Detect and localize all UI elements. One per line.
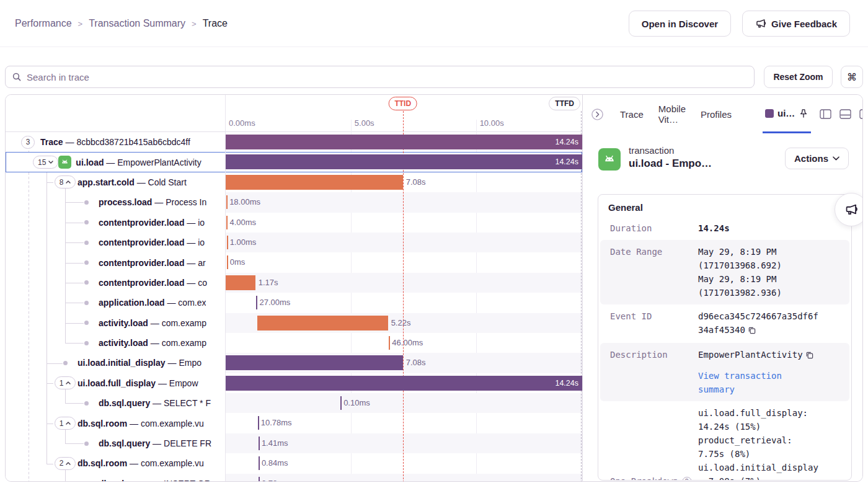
waterfall-header: 0.00ms 5.00s 10.00s TTID TTFD xyxy=(226,95,582,132)
collapse-drawer-button[interactable] xyxy=(591,108,604,121)
expand-collapse-pill[interactable]: 8 xyxy=(55,175,76,189)
waterfall-row-activity.load[interactable]: 5.22s xyxy=(226,313,582,333)
waterfall-row-process.load[interactable]: 18.00ms xyxy=(226,192,582,212)
ttfd-badge[interactable]: TTFD xyxy=(549,97,580,110)
span-tick[interactable] xyxy=(389,336,390,350)
span-bar[interactable]: 14.24s xyxy=(226,135,582,149)
expand-collapse-pill[interactable]: 15 xyxy=(33,156,58,169)
waterfall-row-contentprovider.load[interactable]: 4.00ms xyxy=(226,213,582,233)
waterfall-row-application.load[interactable]: 27.00ms xyxy=(226,293,582,313)
child-count-pill[interactable]: 15 xyxy=(33,156,58,169)
child-count-pill[interactable]: 1 xyxy=(53,417,78,430)
span-tick[interactable] xyxy=(258,416,259,430)
tab-mobile-vitals[interactable]: Mobile Vit… xyxy=(658,104,686,125)
open-in-discover-button[interactable]: Open in Discover xyxy=(629,11,731,37)
waterfall-row-ui.load.full_display[interactable]: 14.24s xyxy=(226,373,582,393)
span-tick[interactable] xyxy=(226,216,228,229)
actions-button[interactable]: Actions xyxy=(785,148,849,169)
tab-ui-load-active[interactable]: ui… xyxy=(763,95,811,133)
shortcuts-button[interactable]: ⌘ xyxy=(841,66,863,88)
span-tick[interactable] xyxy=(227,255,228,269)
span-tick[interactable] xyxy=(259,437,260,450)
waterfall-row-db.sql.query[interactable]: 0.10ms xyxy=(226,393,582,413)
span-tree-row-app.start.cold[interactable]: 8app.start.cold — Cold Start xyxy=(6,172,225,192)
expand-collapse-pill[interactable]: 1 xyxy=(55,376,76,389)
span-tree-row-process.load[interactable]: process.load — Process In xyxy=(6,192,225,212)
layout-bottom-panel-icon[interactable] xyxy=(839,109,851,119)
span-tree-row-db.sql.query[interactable]: db.sql.query — DELETE FR xyxy=(6,433,225,453)
expand-collapse-pill[interactable]: 3 xyxy=(21,136,35,149)
copy-icon[interactable] xyxy=(748,324,756,338)
waterfall-row-db.sql.query[interactable]: 2.78ms xyxy=(226,474,582,482)
span-tree-row-contentprovider.load[interactable]: contentprovider.load — co xyxy=(6,273,225,293)
child-count-pill[interactable]: 1 xyxy=(53,376,78,389)
expand-collapse-pill[interactable]: 2 xyxy=(55,457,76,470)
span-bar[interactable] xyxy=(226,175,403,190)
breadcrumb-performance[interactable]: Performance xyxy=(15,18,72,29)
waterfall-row-activity.load[interactable]: 46.00ms xyxy=(226,333,582,353)
span-tree-row-db.sql.query[interactable]: db.sql.query — INSERT OR xyxy=(6,474,225,482)
span-tree-row-db.sql.query[interactable]: db.sql.query — SELECT * F xyxy=(6,393,225,413)
layout-right-panel-icon[interactable] xyxy=(859,109,863,119)
span-tree-row-db.sql.room[interactable]: 1db.sql.room — com.example.vu xyxy=(6,413,225,433)
view-transaction-summary-link[interactable]: View transaction summary xyxy=(698,369,820,396)
span-tree-row-activity.load[interactable]: activity.load — com.examp xyxy=(6,313,225,333)
breadcrumb-transaction-summary[interactable]: Transaction Summary xyxy=(89,18,185,29)
expand-collapse-pill[interactable]: 1 xyxy=(55,417,76,430)
copy-icon[interactable] xyxy=(805,349,813,363)
child-count-pill[interactable]: 2 xyxy=(53,457,78,470)
leaf-dot xyxy=(84,321,89,325)
waterfall-row-ui.load[interactable]: 14.24s xyxy=(226,152,582,172)
span-tree-row-activity.load[interactable]: activity.load — com.examp xyxy=(6,333,225,353)
waterfall-row-Trace[interactable]: 14.24s xyxy=(226,132,582,152)
span-tree-row-contentprovider.load[interactable]: contentprovider.load — io xyxy=(6,213,225,233)
child-count-pill[interactable]: 8 xyxy=(53,175,78,189)
span-duration-label: 27.00ms xyxy=(259,293,290,313)
span-tree-row-ui.load[interactable]: 15ui.load — EmpowerPlantActivity xyxy=(6,152,225,172)
child-count-pill[interactable]: 3 xyxy=(16,136,40,149)
span-tree-row-ui.load.initial_display[interactable]: ui.load.initial_display — Empo xyxy=(6,353,225,373)
reset-zoom-button[interactable]: Reset Zoom xyxy=(764,66,833,88)
span-tree-row-Trace[interactable]: 3Trace — 8cbbcd38721b415ab6cbdc4ff xyxy=(6,132,225,152)
android-icon xyxy=(598,148,621,171)
span-bar[interactable]: 14.24s xyxy=(226,376,582,391)
search-box[interactable] xyxy=(5,66,755,88)
span-bar[interactable] xyxy=(226,355,403,370)
span-tree-row-contentprovider.load[interactable]: contentprovider.load — io xyxy=(6,233,225,252)
span-tick[interactable] xyxy=(259,456,260,470)
span-tick[interactable] xyxy=(227,236,228,249)
span-tree-row-contentprovider.load[interactable]: contentprovider.load — ar xyxy=(6,252,225,272)
span-bar[interactable] xyxy=(226,275,255,290)
span-bar[interactable]: 14.24s xyxy=(226,154,582,169)
span-tick[interactable] xyxy=(340,396,342,410)
ttid-badge[interactable]: TTID xyxy=(388,97,417,110)
give-feedback-button[interactable]: Give Feedback xyxy=(742,11,850,37)
waterfall-row-ui.load.initial_display[interactable]: 7.08s xyxy=(226,353,582,373)
span-tree-row-ui.load.full_display[interactable]: 1ui.load.full_display — Empow xyxy=(6,373,225,393)
ops-breakdown-label: Ops Breakdown ? xyxy=(610,474,698,481)
waterfall-row-contentprovider.load[interactable]: 1.00ms xyxy=(226,233,582,252)
waterfall-row-contentprovider.load[interactable]: 1.17s xyxy=(226,273,582,293)
tab-trace[interactable]: Trace xyxy=(620,109,644,120)
waterfall-row-db.sql.query[interactable]: 1.41ms xyxy=(226,433,582,453)
tab-profiles[interactable]: Profiles xyxy=(701,109,732,120)
trace-toolbar: Reset Zoom ⌘ xyxy=(5,66,863,88)
span-tick[interactable] xyxy=(226,195,228,209)
waterfall-row-db.sql.room[interactable]: 10.78ms xyxy=(226,413,582,433)
waterfall-row-db.sql.room[interactable]: 0.84ms xyxy=(226,453,582,473)
span-tick[interactable] xyxy=(256,296,257,309)
span-tree-row-application.load[interactable]: application.load — com.ex xyxy=(6,293,225,313)
span-tree-row-db.sql.room[interactable]: 2db.sql.room — com.example.vu xyxy=(6,453,225,473)
ops-item: ui.load.full_display: 14.24s (15%) xyxy=(698,406,820,433)
span-tick[interactable] xyxy=(259,477,260,482)
help-icon[interactable]: ? xyxy=(682,477,692,481)
span-duration-label: 14.24s xyxy=(555,135,578,149)
span-bar[interactable] xyxy=(257,316,388,331)
pin-icon[interactable] xyxy=(799,109,808,118)
waterfall-row-contentprovider.load[interactable]: 0ms xyxy=(226,252,582,272)
span-description: ui.load.initial_display — Empo xyxy=(78,358,202,368)
layout-left-panel-icon[interactable] xyxy=(820,109,831,119)
feedback-float-button[interactable] xyxy=(835,193,863,226)
waterfall-row-app.start.cold[interactable]: 7.08s xyxy=(226,172,582,192)
search-input[interactable] xyxy=(27,72,748,82)
